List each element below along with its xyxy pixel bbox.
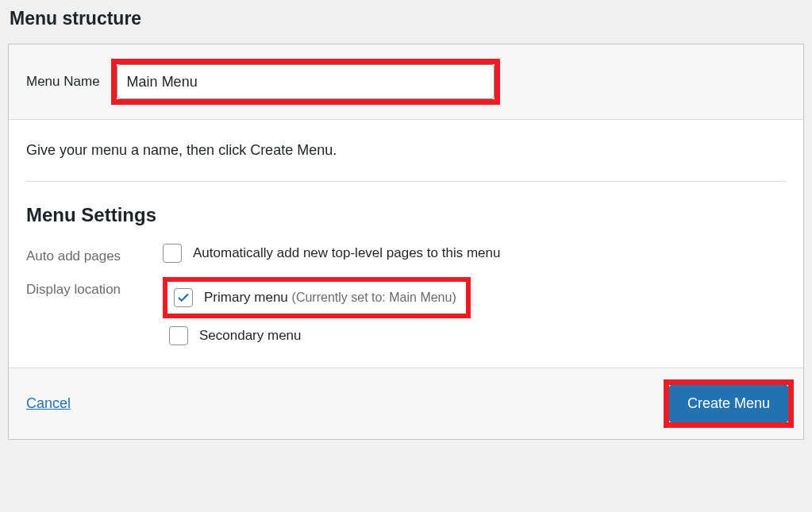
menu-structure-panel: Menu Name Give your menu a name, then cl… xyxy=(8,44,804,440)
page-title: Menu structure xyxy=(8,8,804,29)
highlight-create-button: Create Menu xyxy=(664,379,794,428)
menu-name-input[interactable] xyxy=(117,64,495,99)
display-location-row: Display location Primary menu (Currently… xyxy=(9,271,803,352)
display-location-label: Display location xyxy=(26,277,153,298)
primary-menu-label: Primary menu (Currently set to: Main Men… xyxy=(204,290,456,306)
create-menu-button[interactable]: Create Menu xyxy=(669,385,788,422)
cancel-link[interactable]: Cancel xyxy=(26,395,71,412)
auto-add-row: Auto add pages Automatically add new top… xyxy=(9,237,803,271)
secondary-menu-checkbox[interactable] xyxy=(169,326,188,345)
secondary-menu-label: Secondary menu xyxy=(199,328,302,344)
auto-add-label: Auto add pages xyxy=(26,244,153,264)
check-icon xyxy=(176,291,190,305)
highlight-menu-name xyxy=(111,59,500,105)
menu-name-row: Menu Name xyxy=(9,44,803,120)
menu-settings-title: Menu Settings xyxy=(9,182,803,237)
highlight-display-location: Primary menu (Currently set to: Main Men… xyxy=(163,277,471,318)
primary-menu-hint: (Currently set to: Main Menu) xyxy=(292,291,456,304)
auto-add-checkbox[interactable] xyxy=(163,244,182,263)
auto-add-option-label: Automatically add new top-level pages to… xyxy=(193,245,500,261)
menu-name-label: Menu Name xyxy=(26,74,100,90)
instruction-text: Give your menu a name, then click Create… xyxy=(9,120,803,181)
panel-body: Give your menu a name, then click Create… xyxy=(9,120,803,352)
primary-menu-checkbox[interactable] xyxy=(174,288,193,307)
footer-row: Cancel Create Menu xyxy=(9,368,803,439)
